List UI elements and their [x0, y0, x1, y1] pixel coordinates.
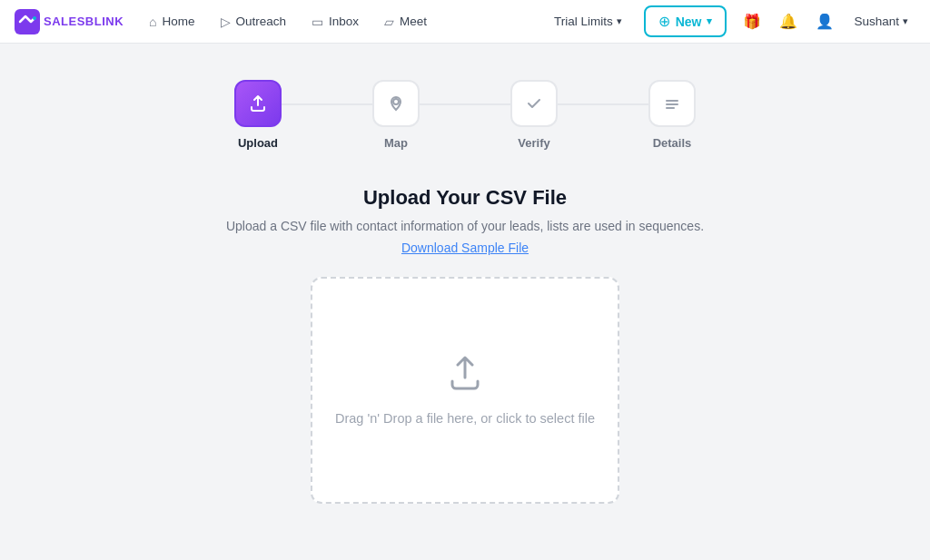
upload-section: Upload Your CSV File Upload a CSV file w…: [147, 186, 783, 504]
stepper: Upload Map Verify: [234, 80, 696, 150]
salesblink-logo-icon: [15, 9, 40, 34]
step-upload-label: Upload: [238, 136, 278, 150]
file-drop-zone[interactable]: Drag 'n' Drop a file here, or click to s…: [311, 277, 619, 504]
inbox-icon: ▭: [312, 15, 323, 29]
connector-2: [420, 103, 510, 105]
nav-outreach[interactable]: ▷ Outreach: [210, 9, 298, 34]
outreach-icon: ▷: [221, 15, 231, 29]
step-verify-circle: [510, 80, 558, 127]
upload-step-icon: [248, 93, 268, 113]
nav-inbox[interactable]: ▭ Inbox: [301, 9, 370, 34]
trial-limits-button[interactable]: Trial Limits ▾: [543, 9, 633, 34]
nav-inbox-label: Inbox: [329, 15, 359, 28]
main-content: Upload Map Verify: [0, 44, 930, 560]
user-profile-icon-button[interactable]: 👤: [810, 7, 839, 36]
upload-title: Upload Your CSV File: [363, 186, 567, 210]
svg-point-1: [33, 16, 36, 20]
meet-icon: ▱: [384, 15, 394, 29]
step-upload: Upload: [234, 80, 282, 150]
download-sample-link[interactable]: Download Sample File: [401, 241, 529, 255]
step-map-label: Map: [384, 136, 408, 150]
nav-meet-label: Meet: [400, 15, 427, 28]
dropzone-text: Drag 'n' Drop a file here, or click to s…: [335, 408, 595, 429]
nav-home[interactable]: ⌂ Home: [138, 9, 205, 34]
map-step-icon: [387, 94, 405, 113]
new-button-label: New: [676, 15, 702, 29]
step-map-circle: [372, 80, 420, 127]
connector-1: [282, 103, 372, 105]
nav-outreach-label: Outreach: [236, 15, 287, 28]
brand-logo[interactable]: SALESBLINK: [15, 9, 124, 34]
new-plus-icon: ⊕: [658, 13, 670, 30]
gift-icon-button[interactable]: 🎁: [737, 7, 767, 36]
trial-limits-label: Trial Limits: [554, 15, 613, 28]
new-button[interactable]: ⊕ New ▾: [644, 5, 727, 37]
step-verify-label: Verify: [518, 136, 549, 150]
brand-name: SALESBLINK: [44, 15, 124, 28]
verify-step-icon: [525, 94, 543, 113]
svg-rect-0: [15, 9, 40, 34]
step-details-label: Details: [653, 136, 692, 150]
svg-point-2: [393, 99, 399, 104]
details-step-icon: [663, 94, 681, 113]
step-details-circle: [648, 80, 696, 127]
navbar: SALESBLINK ⌂ Home ▷ Outreach ▭ Inbox ▱ M…: [0, 0, 930, 44]
trial-limits-chevron-icon: ▾: [617, 15, 622, 27]
nav-home-label: Home: [163, 15, 195, 28]
notification-bell-icon-button[interactable]: 🔔: [774, 7, 803, 36]
step-verify: Verify: [510, 80, 558, 150]
user-menu[interactable]: Sushant ▾: [846, 11, 915, 32]
step-map: Map: [372, 80, 420, 150]
nav-meet[interactable]: ▱ Meet: [373, 9, 438, 34]
user-name-label: Sushant: [854, 15, 899, 28]
upload-description: Upload a CSV file with contact informati…: [226, 219, 704, 233]
home-icon: ⌂: [149, 15, 156, 29]
nav-right-actions: 🎁 🔔 👤 Sushant ▾: [737, 7, 915, 36]
new-button-chevron-icon: ▾: [707, 15, 712, 27]
connector-3: [558, 103, 648, 105]
step-upload-circle: [234, 80, 282, 127]
step-details: Details: [648, 80, 696, 150]
dropzone-upload-icon: [443, 350, 487, 394]
user-menu-chevron-icon: ▾: [903, 15, 908, 27]
